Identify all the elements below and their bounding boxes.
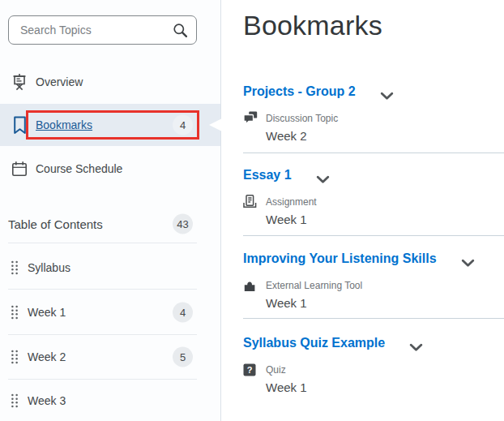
sidebar-divider [8, 334, 197, 335]
bookmarks-count-badge: 4 [173, 115, 193, 135]
bookmark-location: Week 1 [266, 295, 498, 311]
bookmark-title-link[interactable]: Essay 1 [243, 166, 292, 184]
chevron-down-icon[interactable] [461, 256, 475, 271]
bookmark-title-link[interactable]: Projects - Group 2 [243, 83, 356, 101]
chevron-down-icon[interactable] [316, 173, 330, 187]
table-of-contents-header[interactable]: Table of Contents 43 [0, 212, 220, 236]
selected-item-pointer [209, 113, 233, 137]
sidebar-item-syllabus[interactable]: Syllabus [0, 256, 220, 280]
external-tool-icon [243, 279, 258, 292]
bookmark-title-link[interactable]: Syllabus Quiz Example [243, 334, 385, 352]
sidebar-item-label: Bookmarks [36, 118, 92, 131]
sidebar-item-bookmarks[interactable]: Bookmarks 4 [0, 104, 220, 146]
sidebar-item-overview[interactable]: Overview [0, 70, 220, 94]
bookmarks-content: Bookmarks Projects - Group 2 Disc [221, 0, 504, 421]
bookmark-item: Syllabus Quiz Example ? Quiz Week 1 [243, 334, 498, 396]
search-box [8, 15, 197, 45]
toc-item-label: Week 1 [28, 306, 66, 319]
bookmark-location: Week 1 [266, 380, 498, 396]
search-icon[interactable] [173, 23, 188, 38]
bookmark-item: Improving Your Listening Skills External… [243, 250, 498, 311]
bookmark-location: Week 1 [266, 212, 498, 228]
bookmark-item: Projects - Group 2 Discussion Topic Week… [243, 83, 498, 144]
assignment-icon [243, 195, 258, 208]
chevron-down-icon[interactable] [409, 341, 423, 355]
toc-count-badge: 43 [173, 214, 193, 234]
page-title: Bookmarks [243, 10, 382, 41]
sidebar-item-week-1[interactable]: Week 1 4 [0, 300, 220, 324]
bookmark-location: Week 2 [266, 128, 498, 144]
bookmark-type-label: Discussion Topic [266, 113, 338, 124]
week-2-count-badge: 5 [173, 347, 193, 367]
drag-handle-icon[interactable] [11, 305, 19, 320]
sidebar-item-week-2[interactable]: Week 2 5 [0, 345, 220, 369]
drag-handle-icon[interactable] [11, 393, 19, 408]
sidebar-divider [8, 289, 197, 290]
bookmark-title-link[interactable]: Improving Your Listening Skills [243, 250, 437, 268]
content-divider [243, 153, 504, 153]
bookmark-type-label: External Learning Tool [266, 280, 362, 291]
sidebar-item-label: Course Schedule [36, 162, 122, 175]
sidebar-item-label: Overview [36, 75, 83, 88]
sidebar-item-week-3[interactable]: Week 3 [0, 389, 220, 413]
discussion-icon [243, 111, 258, 125]
week-1-count-badge: 4 [173, 303, 193, 323]
course-sidebar: Overview Bookmarks 4 Course Schedul [0, 0, 221, 421]
content-divider [243, 235, 504, 236]
sidebar-divider [8, 243, 197, 243]
table-of-contents-label: Table of Contents [8, 217, 103, 231]
drag-handle-icon[interactable] [11, 260, 19, 275]
svg-text:?: ? [247, 364, 253, 374]
content-divider [243, 318, 504, 319]
presentation-icon [11, 73, 28, 91]
toc-item-label: Syllabus [28, 261, 70, 274]
quiz-icon: ? [243, 363, 258, 376]
bookmark-icon [11, 116, 28, 135]
sidebar-divider [8, 379, 197, 380]
bookmark-item: Essay 1 Assignment Week 1 [243, 166, 498, 228]
bookmarks-page: Overview Bookmarks 4 Course Schedul [0, 0, 504, 421]
chevron-down-icon[interactable] [380, 89, 394, 104]
search-input[interactable] [9, 16, 196, 44]
toc-item-label: Week 3 [28, 394, 66, 407]
bookmark-type-label: Quiz [266, 364, 286, 376]
toc-item-label: Week 2 [28, 350, 66, 363]
bookmark-type-label: Assignment [266, 196, 317, 208]
sidebar-item-course-schedule[interactable]: Course Schedule [0, 157, 220, 181]
calendar-icon [11, 161, 28, 178]
drag-handle-icon[interactable] [11, 350, 19, 364]
